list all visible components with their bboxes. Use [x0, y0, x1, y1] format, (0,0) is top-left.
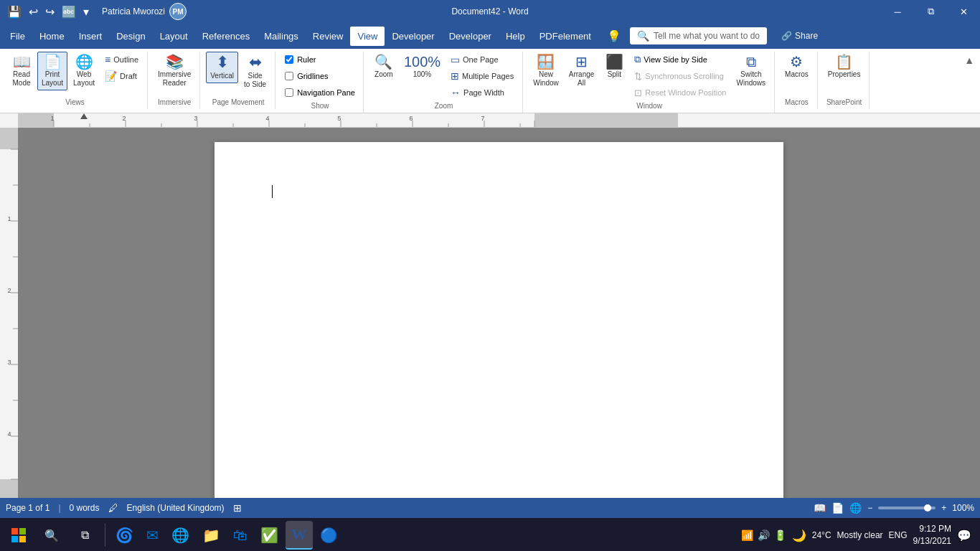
menu-developer2[interactable]: Developer: [442, 27, 499, 46]
main-area: 1 2 3 4: [0, 128, 980, 498]
menu-references[interactable]: References: [195, 27, 257, 46]
print-layout-status-icon[interactable]: 📄: [831, 502, 844, 514]
save-icon[interactable]: 💾: [6, 4, 23, 20]
menu-help[interactable]: Help: [499, 27, 532, 46]
new-window-button[interactable]: 🪟 NewWindow: [529, 52, 563, 90]
svg-text:5: 5: [337, 115, 341, 122]
vertical-button[interactable]: ⬍ Vertical: [206, 52, 238, 83]
gridlines-checkbox-label[interactable]: Gridlines: [281, 68, 359, 84]
ribbon-group-views: 📖 ReadMode 📄 PrintLayout 🌐 WebLayout ≡ O…: [3, 52, 148, 109]
weather-temp: 24°C: [812, 530, 831, 540]
menu-insert[interactable]: Insert: [72, 27, 110, 46]
zoom-in-icon[interactable]: +: [941, 503, 946, 513]
vertical-ruler: 1 2 3 4: [0, 128, 18, 498]
share-button[interactable]: 🔗 Share: [773, 28, 826, 44]
document-page[interactable]: [215, 142, 783, 498]
taskbar-todo[interactable]: ✅: [255, 521, 284, 550]
clock-time: 9:12 PM: [913, 523, 951, 535]
zoom-slider[interactable]: [878, 507, 936, 509]
minimize-button[interactable]: ─: [881, 0, 914, 23]
read-mode-status-icon[interactable]: 📖: [814, 502, 826, 514]
menu-review[interactable]: Review: [306, 27, 351, 46]
print-layout-button[interactable]: 📄 PrintLayout: [37, 52, 67, 90]
menu-design[interactable]: Design: [109, 27, 152, 46]
network-icon[interactable]: 📶: [741, 529, 753, 541]
volume-icon[interactable]: 🔊: [758, 529, 770, 541]
navigation-pane-checkbox[interactable]: [285, 88, 293, 97]
synchronous-scrolling-button[interactable]: ⇅ Synchronous Scrolling: [630, 68, 730, 84]
properties-button[interactable]: 📋 Properties: [824, 52, 865, 82]
clock[interactable]: 9:12 PM 9/13/2021: [913, 523, 951, 547]
web-layout-status-icon[interactable]: 🌐: [849, 502, 862, 514]
immersive-reader-icon: 📚: [166, 55, 184, 69]
menu-mailings[interactable]: Mailings: [257, 27, 306, 46]
start-button[interactable]: [3, 521, 34, 550]
side-to-side-button[interactable]: ⬌ Sideto Side: [240, 52, 270, 92]
document-background[interactable]: [18, 128, 980, 498]
collapse-ribbon-button[interactable]: ▲: [961, 52, 977, 69]
taskbar-chrome[interactable]: 🔵: [314, 521, 344, 550]
customize-icon[interactable]: ▾: [82, 4, 90, 20]
macros-label: Macros: [781, 97, 813, 106]
menu-home[interactable]: Home: [32, 27, 72, 46]
ribbon-group-show: Ruler Gridlines Navigation Pane Show: [277, 52, 364, 113]
close-button[interactable]: ✕: [947, 0, 980, 23]
zoom-100-button[interactable]: 100% 100%: [400, 52, 445, 82]
page-width-button[interactable]: ↔ Page Width: [446, 85, 518, 100]
split-button[interactable]: ⬛ Split: [600, 52, 628, 82]
taskbar-word[interactable]: W: [286, 521, 313, 550]
svg-rect-28: [0, 479, 18, 498]
search-button[interactable]: 🔍: [36, 521, 67, 550]
zoom-level[interactable]: 100%: [952, 503, 974, 513]
gridlines-checkbox[interactable]: [285, 72, 293, 80]
lang-indicator[interactable]: ENG: [889, 530, 908, 540]
draft-button[interactable]: 📝 Draft: [100, 68, 143, 84]
restore-button[interactable]: ⧉: [914, 0, 947, 23]
tell-me-input[interactable]: 🔍 Tell me what you want to do: [630, 27, 767, 44]
zoom-button[interactable]: 🔍 Zoom: [369, 52, 398, 82]
menu-file[interactable]: File: [3, 27, 32, 46]
proofing-icon[interactable]: 🖊: [108, 502, 118, 514]
window-label: Window: [529, 100, 770, 110]
redo-icon[interactable]: ↪: [44, 4, 56, 20]
svg-rect-45: [11, 536, 18, 542]
share-label: Share: [795, 31, 818, 41]
menu-developer1[interactable]: Developer: [385, 27, 441, 46]
taskbar-edge[interactable]: 🌀: [110, 521, 139, 550]
auto-save-icon[interactable]: 🔤: [60, 4, 77, 20]
battery-icon[interactable]: 🔋: [774, 529, 786, 541]
weather-icon[interactable]: 🌙: [792, 529, 806, 542]
ruler-checkbox-label[interactable]: Ruler: [281, 52, 359, 67]
ruler-checkbox[interactable]: [285, 55, 293, 64]
taskbar-edge-browser[interactable]: 🌐: [166, 521, 195, 550]
view-side-by-side-button[interactable]: ⧉ View Side by Side: [630, 52, 730, 67]
track-changes-icon[interactable]: ⊞: [233, 502, 242, 514]
zoom-label: Zoom: [369, 100, 518, 110]
vertical-icon: ⬍: [216, 55, 229, 70]
menu-layout[interactable]: Layout: [153, 27, 195, 46]
outline-button[interactable]: ≡ Outline: [100, 52, 143, 67]
taskbar-file-explorer[interactable]: 📁: [197, 521, 226, 550]
web-layout-button[interactable]: 🌐 WebLayout: [69, 52, 99, 90]
taskbar-store[interactable]: 🛍: [227, 521, 253, 550]
menu-pdfelement[interactable]: PDFelement: [532, 27, 598, 46]
svg-rect-1: [18, 113, 54, 128]
one-page-button[interactable]: ▭ One Page: [446, 52, 518, 67]
properties-icon: 📋: [835, 55, 853, 69]
macros-button[interactable]: ⚙ Macros: [781, 52, 813, 82]
menu-view[interactable]: View: [350, 27, 385, 46]
arrange-all-button[interactable]: ⊞ ArrangeAll: [565, 52, 599, 90]
read-mode-button[interactable]: 📖 ReadMode: [7, 52, 36, 90]
reset-window-position-button[interactable]: ⊡ Reset Window Position: [630, 85, 730, 100]
multiple-pages-button[interactable]: ⊞ Multiple Pages: [446, 68, 518, 84]
notification-icon[interactable]: 💬: [957, 529, 971, 542]
navigation-pane-checkbox-label[interactable]: Navigation Pane: [281, 85, 359, 100]
task-view-button[interactable]: ⧉: [69, 521, 100, 550]
zoom-out-icon[interactable]: −: [867, 503, 872, 513]
undo-icon[interactable]: ↩: [27, 4, 39, 20]
avatar[interactable]: PM: [169, 3, 187, 20]
immersive-reader-button[interactable]: 📚 ImmersiveReader: [154, 52, 195, 90]
switch-windows-button[interactable]: ⧉ SwitchWindows: [732, 52, 770, 90]
taskbar-mail[interactable]: ✉: [141, 521, 164, 550]
language[interactable]: English (United Kingdom): [127, 503, 225, 513]
